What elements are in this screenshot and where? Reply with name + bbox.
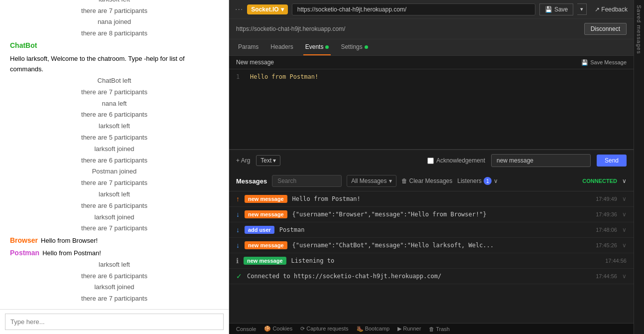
chat-system-message: larksoft left (10, 121, 219, 132)
listeners-label: Listeners (457, 177, 482, 184)
message-content: {"username":"Browser","message":"Hello f… (292, 211, 582, 218)
postman-panel: ··· Socket.IO ▾ 💾 Save ▾ ↗ Feedback http… (229, 0, 634, 334)
row-expand-icon[interactable]: ∨ (622, 273, 627, 280)
text-dropdown-button[interactable]: Text ▾ (256, 155, 280, 166)
url-input[interactable] (292, 3, 535, 15)
trash-link[interactable]: 🗑 Trash (429, 326, 450, 332)
socket-io-badge[interactable]: Socket.IO ▾ (247, 4, 287, 14)
acknowledgement-checkbox[interactable] (427, 158, 434, 164)
chat-system-message: there are 6 participants (10, 156, 219, 166)
search-input[interactable] (272, 175, 342, 187)
tabs-row: Params Headers Events Settings (229, 39, 634, 56)
chat-system-message: larksoft left (10, 0, 219, 5)
connected-badge: CONNECTED (582, 178, 617, 184)
editor-header: New message 💾 Save Message (229, 56, 634, 69)
message-editor: New message 💾 Save Message 1 Hello from … (229, 56, 634, 150)
chat-panel: there are 6 participantslarksoft leftthe… (0, 0, 229, 334)
feedback-arrow-icon: ↗ (595, 6, 600, 13)
saved-sidebar-label: Saved messages (636, 5, 642, 54)
browser-sender: Browser (10, 235, 38, 246)
chat-chatbot-message: ChatBotHello larksoft, Welcome to the ch… (10, 40, 219, 75)
listeners-chevron-icon: ∨ (494, 177, 498, 184)
messages-header: Messages All Messages ▾ 🗑 Clear Messages… (229, 171, 634, 191)
connected-url: https://socketio-chat-h9jt.herokuapp.com… (236, 25, 578, 32)
runner-link[interactable]: ▶ Runner (397, 326, 421, 332)
bootcamp-link[interactable]: 🥾 Bootcamp (357, 326, 390, 332)
listeners-count-badge: 1 (484, 177, 492, 185)
console-link[interactable]: Console (236, 326, 256, 332)
more-options-icon[interactable]: ··· (235, 5, 243, 14)
feedback-link[interactable]: ↗ Feedback (595, 6, 628, 13)
message-tag: new message (245, 195, 287, 203)
save-dropdown-button[interactable]: ▾ (577, 3, 587, 15)
chat-system-message: nana left (10, 99, 219, 109)
chat-system-message: there are 7 participants (10, 6, 219, 16)
plus-icon: + Arg (236, 157, 250, 164)
expand-icon[interactable]: ∨ (622, 177, 627, 184)
message-tag: new message (244, 257, 286, 265)
chat-system-message: larksoft joined (10, 212, 219, 223)
listeners-button[interactable]: Listeners 1 ∨ (457, 177, 498, 185)
settings-active-dot (365, 45, 368, 49)
message-tag: new message (245, 210, 287, 218)
socket-io-label: Socket.IO (251, 6, 278, 13)
row-expand-icon[interactable]: ∨ (622, 226, 627, 233)
send-button[interactable]: Send (597, 155, 627, 167)
save-message-button[interactable]: 💾 Save Message (581, 59, 627, 66)
saved-messages-sidebar[interactable]: Saved messages (634, 0, 644, 334)
info-icon: ℹ (236, 257, 239, 265)
message-time: 17:45:26 (587, 242, 617, 248)
message-rows-container: ↑ new message Hello from Postman! 17:49:… (229, 191, 634, 284)
capture-requests-link[interactable]: ⟳ Capture requests (300, 326, 348, 332)
chat-system-message: there are 8 participants (10, 28, 219, 39)
check-icon: ✓ (236, 272, 242, 280)
text-chevron-icon: ▾ (273, 157, 276, 164)
tab-events[interactable]: Events (303, 39, 331, 55)
tab-settings[interactable]: Settings (339, 39, 370, 55)
chat-system-message: there are 5 participants (10, 133, 219, 143)
row-expand-icon[interactable]: ∨ (622, 242, 627, 249)
filter-chevron-icon: ▾ (389, 177, 392, 184)
message-row[interactable]: ✓ Connected to https://socketio-chat-h9j… (229, 269, 634, 284)
tab-headers[interactable]: Headers (268, 39, 295, 55)
row-expand-icon[interactable]: ∨ (622, 211, 627, 218)
message-time: 17:48:06 (587, 227, 617, 233)
message-content: Hello from Postman! (292, 195, 582, 202)
disconnect-button[interactable]: Disconnect (584, 23, 627, 35)
message-row[interactable]: ℹ new message Listening to 17:44:56 (229, 253, 634, 269)
tab-params[interactable]: Params (236, 39, 260, 55)
message-tag: new message (245, 241, 287, 249)
tab-headers-label: Headers (270, 43, 293, 50)
save-button[interactable]: 💾 Save (539, 3, 573, 15)
message-row[interactable]: ↓ add user Postman 17:48:06 ∨ (229, 222, 634, 238)
trash-icon: 🗑 (401, 177, 407, 184)
messages-section: Messages All Messages ▾ 🗑 Clear Messages… (229, 171, 634, 323)
cookies-link[interactable]: 🍪 Cookies (264, 326, 292, 332)
chatbot-sender: ChatBot (10, 40, 37, 51)
chat-input[interactable] (5, 314, 224, 330)
message-time: 17:44:56 (587, 273, 617, 279)
row-expand-icon[interactable]: ∨ (622, 195, 627, 202)
url-status-bar: https://socketio-chat-h9jt.herokuapp.com… (229, 19, 634, 39)
tab-events-label: Events (305, 43, 324, 50)
message-row[interactable]: ↓ new message {"username":"Browser","mes… (229, 207, 634, 222)
message-row[interactable]: ↓ new message {"username":"ChatBot","mes… (229, 238, 634, 253)
save-message-label: Save Message (590, 59, 627, 65)
dropdown-arrow-icon: ▾ (281, 6, 284, 13)
chat-system-message: there are 7 participants (10, 294, 219, 304)
chat-system-message: Postman joined (10, 167, 219, 177)
message-content: Connected to https://socketio-chat-h9jt.… (247, 273, 582, 280)
message-time: 17:44:56 (597, 258, 627, 264)
postman-text: Hello from Postman! (42, 248, 101, 259)
arrow-up-icon: ↑ (236, 195, 240, 203)
message-input-field[interactable] (491, 154, 591, 167)
message-row[interactable]: ↑ new message Hello from Postman! 17:49:… (229, 191, 634, 207)
editor-content[interactable]: 1 Hello from Postman! (229, 69, 634, 149)
filter-dropdown-button[interactable]: All Messages ▾ (347, 175, 396, 187)
clear-messages-button[interactable]: 🗑 Clear Messages (401, 177, 453, 184)
chat-system-message: there are 6 participants (10, 271, 219, 282)
text-label: Text (260, 157, 271, 164)
arrow-down-icon: ↓ (236, 210, 240, 218)
arg-button[interactable]: + Arg (236, 157, 250, 164)
chat-system-message: ChatBot left (10, 76, 219, 86)
